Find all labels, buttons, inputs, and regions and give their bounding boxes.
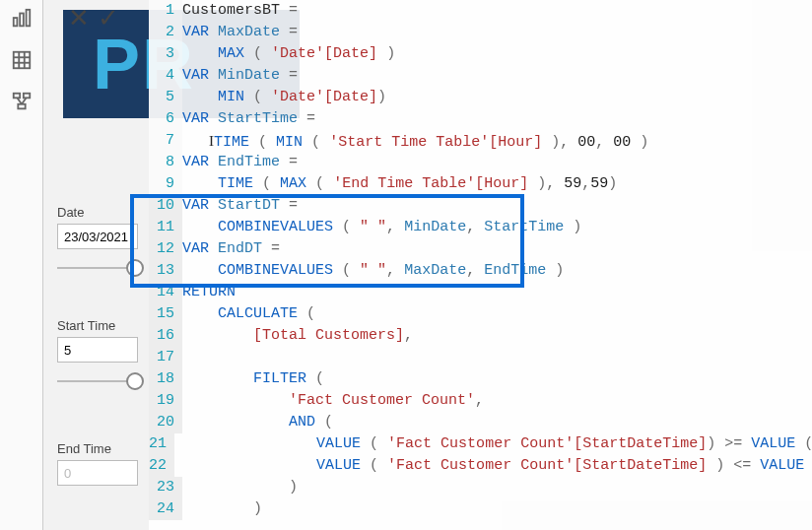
line-number: 10: [149, 195, 182, 217]
line-number: 11: [149, 217, 182, 238]
main-area: PR Date Start Time End Time ✕ ✓ 1Custome…: [43, 0, 812, 530]
line-number: 18: [149, 368, 182, 390]
line-number: 13: [149, 260, 182, 282]
line-number: 17: [149, 347, 182, 368]
cancel-formula-icon[interactable]: ✕: [68, 5, 90, 31]
dax-editor[interactable]: 1CustomersBT = 2VAR MaxDate = 3 MAX ( 'D…: [149, 0, 812, 530]
line-number: 23: [149, 477, 182, 498]
line-number: 4: [149, 65, 182, 87]
line-number: 24: [149, 498, 182, 520]
line-number: 5: [149, 87, 182, 108]
commit-formula-icon[interactable]: ✓: [98, 5, 119, 31]
svg-rect-8: [13, 94, 19, 99]
svg-rect-10: [18, 104, 25, 109]
svg-rect-1: [20, 14, 24, 27]
line-number: 3: [149, 43, 182, 65]
line-number: 7: [149, 130, 182, 152]
line-number: 15: [149, 303, 182, 325]
left-nav-rail: [0, 0, 43, 530]
line-number: 21: [149, 433, 174, 455]
line-number: 2: [149, 22, 182, 43]
svg-rect-9: [23, 94, 29, 99]
svg-line-12: [22, 98, 27, 103]
line-number: 16: [149, 325, 182, 347]
line-number: 1: [149, 0, 182, 22]
data-view-icon[interactable]: [11, 49, 33, 71]
line-number: 22: [149, 455, 174, 477]
svg-line-11: [17, 98, 22, 103]
line-number: 6: [149, 108, 182, 130]
formula-bar-controls: ✕ ✓: [58, 0, 162, 34]
line-number: 8: [149, 152, 182, 173]
line-number: 14: [149, 282, 182, 303]
formula-bar: ✕ ✓ 1CustomersBT = 2VAR MaxDate = 3 MAX …: [58, 0, 812, 530]
model-view-icon[interactable]: [11, 91, 33, 112]
svg-rect-0: [13, 18, 17, 26]
line-number: 12: [149, 238, 182, 260]
line-number: 20: [149, 412, 182, 433]
line-number: 9: [149, 173, 182, 195]
report-view-icon[interactable]: [11, 8, 33, 30]
line-number: 19: [149, 390, 182, 412]
svg-rect-2: [26, 10, 30, 27]
svg-rect-3: [13, 52, 30, 69]
